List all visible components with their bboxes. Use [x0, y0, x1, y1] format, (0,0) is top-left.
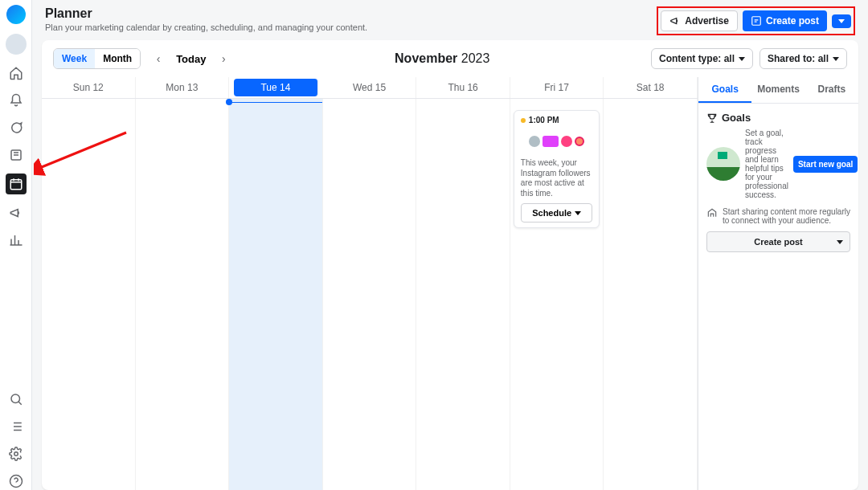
- chat-icon[interactable]: [7, 119, 25, 137]
- view-toggle: Week Month: [53, 48, 141, 69]
- view-week-button[interactable]: Week: [54, 49, 95, 68]
- goals-description: Set a goal, track progress and learn hel…: [745, 129, 788, 199]
- help-icon[interactable]: [7, 472, 25, 490]
- advertise-button[interactable]: Advertise: [661, 10, 738, 31]
- next-week-button[interactable]: ›: [214, 49, 233, 68]
- panel-create-post-button[interactable]: Create post: [706, 231, 850, 252]
- day-column[interactable]: 1:00 PM This week, your Instagram follow…: [510, 99, 604, 490]
- event-description: This week, your Instagram followers are …: [521, 158, 593, 198]
- calendar-grid: Sun 12 Mon 13 Tue 14 Wed 15 Thu 16 Fri 1…: [42, 77, 698, 490]
- event-illustration: [521, 128, 593, 155]
- insights-icon[interactable]: [7, 231, 25, 249]
- calendar-title: November 2023: [395, 51, 489, 66]
- share-icon: [706, 207, 718, 218]
- day-column[interactable]: [323, 99, 417, 490]
- calendar-year: 2023: [461, 51, 490, 65]
- svg-rect-1: [10, 180, 22, 190]
- content-type-filter[interactable]: Content type: all: [651, 48, 753, 69]
- page-subtitle: Plan your marketing calendar by creating…: [45, 22, 367, 32]
- shared-to-filter[interactable]: Shared to: all: [760, 48, 847, 69]
- day-header[interactable]: Sat 18: [604, 77, 698, 98]
- trophy-icon: [706, 112, 718, 124]
- day-header[interactable]: Wed 15: [323, 77, 417, 98]
- panel-create-post-label: Create post: [754, 237, 803, 247]
- planner-icon[interactable]: [6, 174, 27, 194]
- top-actions-highlight: Advertise Create post: [657, 6, 855, 35]
- tab-goals[interactable]: Goals: [698, 77, 751, 103]
- megaphone-icon: [669, 15, 681, 27]
- list-icon[interactable]: [7, 418, 25, 435]
- right-panel: Goals Moments Drafts Goals Set a goal, t…: [698, 77, 858, 490]
- left-sidebar: [0, 0, 32, 490]
- day-header[interactable]: Mon 13: [136, 77, 230, 98]
- tab-moments[interactable]: Moments: [751, 77, 805, 103]
- svg-point-2: [11, 394, 20, 403]
- calendar-controls: Week Month ‹ Today › November 2023 Conte…: [42, 40, 858, 77]
- chevron-down-icon: [838, 19, 845, 23]
- goal-tip: Start sharing content more regularly to …: [706, 207, 850, 225]
- day-header[interactable]: Thu 16: [416, 77, 510, 98]
- main-area: Planner Plan your marketing calendar by …: [32, 0, 868, 490]
- create-post-button[interactable]: Create post: [743, 10, 827, 31]
- day-header[interactable]: Sun 12: [42, 77, 136, 98]
- goal-illustration: [706, 147, 740, 181]
- posts-icon[interactable]: [7, 146, 25, 164]
- schedule-button[interactable]: Schedule: [521, 203, 593, 223]
- day-column[interactable]: [42, 99, 136, 490]
- create-post-label: Create post: [766, 15, 819, 27]
- advertise-label: Advertise: [685, 15, 729, 27]
- goal-tip-text: Start sharing content more regularly to …: [723, 207, 850, 225]
- day-column-today[interactable]: [229, 99, 323, 490]
- status-dot-icon: [521, 118, 526, 123]
- today-button[interactable]: Today: [176, 53, 206, 65]
- chevron-down-icon: [575, 211, 581, 215]
- suggestion-card: 1:00 PM This week, your Instagram follow…: [514, 110, 600, 228]
- schedule-label: Schedule: [532, 208, 571, 218]
- day-header-row: Sun 12 Mon 13 Tue 14 Wed 15 Thu 16 Fri 1…: [42, 77, 698, 99]
- account-avatar[interactable]: [6, 34, 27, 55]
- day-header[interactable]: Fri 17: [510, 77, 604, 98]
- day-column[interactable]: [604, 99, 698, 490]
- create-post-dropdown[interactable]: [832, 14, 851, 28]
- chevron-down-icon: [837, 240, 843, 244]
- home-icon[interactable]: [7, 64, 25, 82]
- day-column[interactable]: [416, 99, 510, 490]
- settings-icon[interactable]: [7, 445, 25, 463]
- svg-point-4: [10, 476, 22, 488]
- chevron-down-icon: [833, 57, 839, 61]
- view-month-button[interactable]: Month: [95, 49, 140, 68]
- top-bar: Planner Plan your marketing calendar by …: [32, 0, 868, 40]
- prev-week-button[interactable]: ‹: [149, 49, 168, 68]
- meta-logo: [6, 5, 26, 24]
- tab-drafts[interactable]: Drafts: [805, 77, 858, 103]
- megaphone-icon[interactable]: [7, 204, 25, 222]
- chevron-down-icon: [739, 57, 745, 61]
- right-panel-tabs: Goals Moments Drafts: [698, 77, 858, 104]
- content-type-label: Content type: all: [659, 53, 735, 64]
- goals-heading: Goals: [706, 112, 850, 124]
- start-new-goal-button[interactable]: Start new goal: [793, 156, 858, 173]
- compose-icon: [751, 15, 762, 27]
- event-time: 1:00 PM: [529, 116, 559, 125]
- day-column[interactable]: [136, 99, 230, 490]
- svg-point-3: [14, 452, 18, 456]
- bell-icon[interactable]: [7, 92, 25, 109]
- day-header-active[interactable]: Tue 14: [234, 79, 318, 96]
- calendar-card: Week Month ‹ Today › November 2023 Conte…: [42, 40, 858, 490]
- search-icon[interactable]: [7, 390, 25, 408]
- goals-heading-label: Goals: [722, 112, 751, 124]
- page-title: Planner: [45, 6, 367, 21]
- calendar-month: November: [395, 51, 457, 65]
- shared-to-label: Shared to: all: [768, 53, 829, 64]
- svg-rect-5: [752, 17, 761, 26]
